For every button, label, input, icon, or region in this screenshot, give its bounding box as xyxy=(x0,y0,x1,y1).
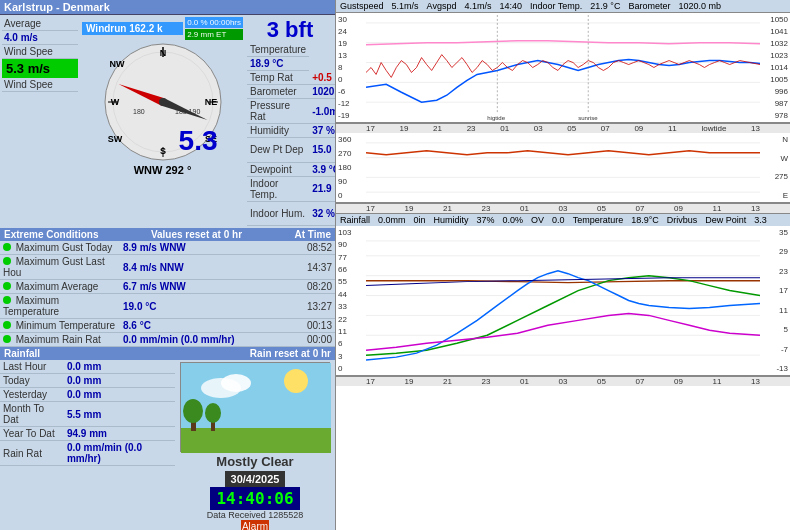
status-ov-value: 0.0 xyxy=(552,215,565,225)
max-gust-value: 8.9 m/s WNW xyxy=(120,241,290,255)
svg-text:185 190: 185 190 xyxy=(175,108,200,115)
wind-speed1-value-row: 5.3 m/s xyxy=(2,59,78,78)
extremes-reset: Values reset at 0 hr xyxy=(151,229,242,240)
svg-text:sunrise: sunrise xyxy=(578,115,598,121)
wind-speed1-label: Wind Spee xyxy=(4,46,53,57)
max-avg-row: Maximum Average 6.7 m/s WNW 08:20 xyxy=(0,280,335,294)
status-rainfall-sub: 0in xyxy=(414,215,426,225)
svg-point-21 xyxy=(221,374,251,392)
mid-chart-svg xyxy=(366,133,760,202)
max-avg-label: Maximum Average xyxy=(0,280,120,294)
rainfall-header: Rainfall Rain reset at 0 hr xyxy=(0,347,335,360)
min-temp-value: 8.6 °C xyxy=(120,319,290,333)
wind-direction-label: WNW 292 ° xyxy=(134,164,192,176)
y-axis-top-right: 1050 1041 1032 1023 1014 1005 996 987 97… xyxy=(760,13,790,122)
max-avg-dot xyxy=(3,282,11,290)
max-rain-dot xyxy=(3,335,11,343)
year-value: 94.9 mm xyxy=(64,427,175,441)
compass-area: Windrun 162.2 k 0.0 % 00:00hrs 2.9 mm ET xyxy=(80,15,245,228)
time-header: 14:40 xyxy=(499,1,522,11)
wind-average-label: Average xyxy=(4,18,41,29)
chart-mid: 360 270 180 90 0 N W xyxy=(336,133,790,203)
chart-canvas-mid xyxy=(366,133,760,202)
status-ov-label: OV xyxy=(531,215,544,225)
temp-label: Temperature xyxy=(247,43,309,57)
max-temp-label: Maximum Temperature xyxy=(0,294,120,319)
svg-rect-22 xyxy=(181,428,331,453)
y-axis-bot-right: 35 29 23 17 11 5 -7 -13 xyxy=(760,226,790,375)
left-panel: Karlstrup - Denmark Average 4.0 m/s Wind… xyxy=(0,0,335,530)
alarm-bar: Alarm xyxy=(241,520,269,530)
baro-header-value: 1020.0 mb xyxy=(678,1,721,11)
rainfall-right: Mostly Clear 30/4/2025 14:40:06 Data Rec… xyxy=(175,360,335,530)
indoor-temp-header-value: 21.9 °C xyxy=(590,1,620,11)
max-rain-row: Maximum Rain Rat 0.0 mm/min (0.0 mm/hr) … xyxy=(0,333,335,347)
y-axis-top-left: 30 24 19 13 8 0 -6 -12 -19 xyxy=(336,13,366,122)
svg-text:higtide: higtide xyxy=(487,115,506,121)
max-rain-label: Maximum Rain Rat xyxy=(0,333,120,347)
status-temp-value: 18.9°C xyxy=(631,215,659,225)
station-title: Karlstrup - Denmark xyxy=(0,0,335,15)
min-temp-row: Minimum Temperature 8.6 °C 00:13 xyxy=(0,319,335,333)
rainfall-table: Last Hour 0.0 mm Today 0.0 mm Yesterday … xyxy=(0,360,175,466)
last-hour-label: Last Hour xyxy=(0,360,64,374)
min-temp-label: Minimum Temperature xyxy=(0,319,120,333)
y-axis-mid-right: N W 275 E xyxy=(760,133,790,202)
chart-status-bar: Rainfall 0.0mm 0in Humidity 37% 0.0% OV … xyxy=(336,213,790,226)
svg-point-24 xyxy=(183,399,203,423)
temp-value: 18.9 °C xyxy=(247,57,309,71)
gust-header-label: Gustspeed xyxy=(340,1,384,11)
small-box-2: 2.9 mm ET xyxy=(185,29,243,40)
extremes-table: Maximum Gust Today 8.9 m/s WNW 08:52 Max… xyxy=(0,241,335,347)
svg-point-15 xyxy=(159,98,167,106)
max-gust-row: Maximum Gust Today 8.9 m/s WNW 08:52 xyxy=(0,241,335,255)
max-temp-dot xyxy=(3,296,11,304)
max-temp-value: 19.0 °C xyxy=(120,294,290,319)
year-row: Year To Dat 94.9 mm xyxy=(0,427,175,441)
y-axis-bot-left: 103 90 77 66 55 44 33 22 11 6 3 0 xyxy=(336,226,366,375)
station-name: Karlstrup - Denmark xyxy=(4,1,110,13)
weather-date: 30/4/2025 xyxy=(225,471,286,487)
max-rain-time: 00:00 xyxy=(290,333,335,347)
chart-canvas-bot xyxy=(366,226,760,375)
month-row: Month To Dat 5.5 mm xyxy=(0,402,175,427)
max-rain-value: 0.0 mm/min (0.0 mm/hr) xyxy=(120,333,290,347)
right-of-compass: 3 bft Temperature 18.9 °C Temp Rat +0.5 … xyxy=(245,15,335,228)
indoor-temp-header-label: Indoor Temp. xyxy=(530,1,582,11)
rain-rate-value: 0.0 mm/min (0.0 mm/hr) xyxy=(64,441,175,466)
min-temp-dot xyxy=(3,321,11,329)
compass-gauge: N NE SE S SW W NW xyxy=(103,42,223,162)
wind-info: Average 4.0 m/s Wind Spee 5.3 m/s Wind S… xyxy=(0,15,80,228)
max-gust-last-dot xyxy=(3,257,11,265)
weather-time: 14:40:06 xyxy=(210,487,299,510)
svg-point-26 xyxy=(205,403,221,423)
chart-top: 30 24 19 13 8 0 -6 -12 -19 xyxy=(336,13,790,123)
bft-label: 3 bft xyxy=(247,17,333,43)
max-gust-last-value: 8.4 m/s NNW xyxy=(120,255,290,280)
indoor-temp-label: Indoor Temp. xyxy=(247,176,309,201)
svg-point-19 xyxy=(284,369,308,393)
x-axis-top: 17 19 21 23 01 03 05 07 09 11 lowtide 13 xyxy=(336,123,790,133)
max-gust-time: 08:52 xyxy=(290,241,335,255)
status-humidity-rate: 0.0% xyxy=(503,215,524,225)
wind-speed1-row: Wind Spee xyxy=(2,45,78,59)
status-temp-label: Temperature xyxy=(573,215,624,225)
wind-speed1-value: 5.3 m/s xyxy=(6,61,50,76)
rainfall-section: Last Hour 0.0 mm Today 0.0 mm Yesterday … xyxy=(0,360,335,530)
wind-speed2-row: Wind Spee xyxy=(2,78,78,92)
svg-text:SW: SW xyxy=(107,134,122,144)
yesterday-row: Yesterday 0.0 mm xyxy=(0,388,175,402)
last-hour-row: Last Hour 0.0 mm xyxy=(0,360,175,374)
max-gust-dot xyxy=(3,243,11,251)
chart-bot: 103 90 77 66 55 44 33 22 11 6 3 0 xyxy=(336,226,790,376)
chart-header: Gustspeed 5.1m/s Avgspd 4.1m/s 14:40 Ind… xyxy=(336,0,790,13)
avg-header-value: 4.1m/s xyxy=(464,1,491,11)
main-container: Karlstrup - Denmark Average 4.0 m/s Wind… xyxy=(0,0,790,530)
windrun-label: Windrun 162.2 k xyxy=(86,23,163,34)
max-avg-time: 08:20 xyxy=(290,280,335,294)
status-dew-value: 3.3 xyxy=(754,215,767,225)
year-label: Year To Dat xyxy=(0,427,64,441)
dewpt-label: Dew Pt Dep xyxy=(247,138,309,163)
wind-average-value-row: 4.0 m/s xyxy=(2,31,78,45)
weather-image xyxy=(180,362,330,452)
